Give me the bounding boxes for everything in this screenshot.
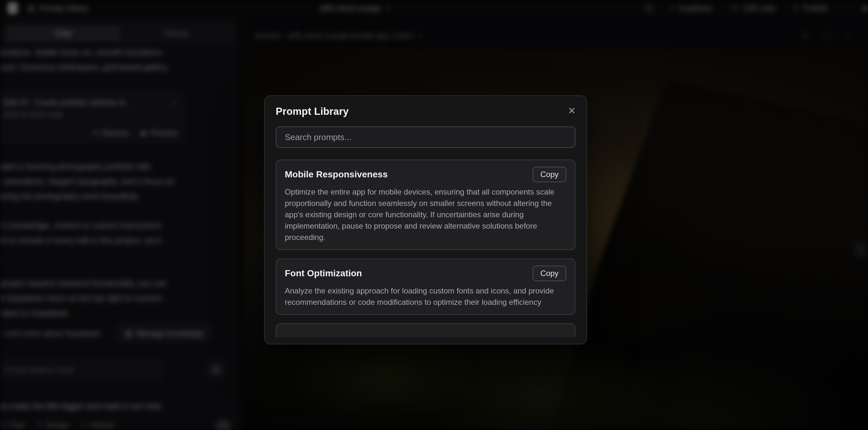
search-box: [276, 126, 576, 148]
prompt-card-font-optimization: Font Optimization Copy Analyze the exist…: [276, 258, 576, 315]
prompt-library-modal: Prompt Library × Mobile Responsiveness C…: [264, 95, 587, 344]
modal-title: Prompt Library: [276, 106, 349, 117]
prompt-card-mobile-responsiveness: Mobile Responsiveness Copy Optimize the …: [276, 159, 576, 250]
prompt-title: Font Optimization: [285, 268, 362, 279]
prompt-card-partial: [276, 323, 576, 337]
prompt-description: Analyze the existing approach for loadin…: [285, 285, 566, 308]
copy-button[interactable]: Copy: [533, 266, 566, 281]
modal-header: Prompt Library ×: [276, 106, 576, 117]
close-icon[interactable]: ×: [568, 106, 576, 116]
copy-button[interactable]: Copy: [533, 167, 566, 182]
prompt-description: Optimize the entire app for mobile devic…: [285, 186, 566, 243]
prompt-list[interactable]: Mobile Responsiveness Copy Optimize the …: [276, 159, 576, 337]
search-input[interactable]: [284, 132, 567, 143]
prompt-card-header: Mobile Responsiveness Copy: [285, 167, 566, 182]
screen: ♥ ▤ Prompt Library arffs-cloud-voyage ▾ …: [0, 0, 868, 430]
prompt-title: Mobile Responsiveness: [285, 169, 388, 180]
prompt-card-header: Font Optimization Copy: [285, 266, 566, 281]
